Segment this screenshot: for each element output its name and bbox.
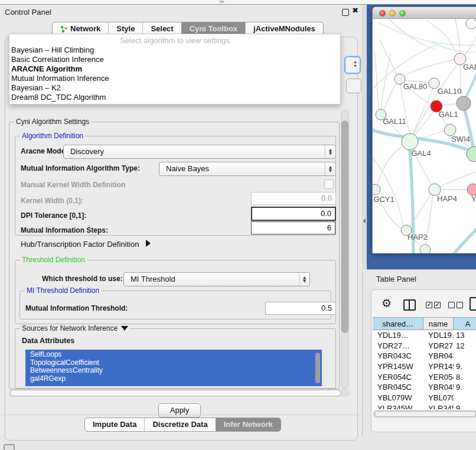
group-title: Cyni Algorithm Settings <box>14 118 91 126</box>
dropdown-item[interactable]: Mutual Information Inference <box>11 74 340 83</box>
table-row[interactable]: YBL079WYBL079W <box>373 393 476 403</box>
table-cell[interactable]: YLR345W <box>423 403 454 409</box>
group-title[interactable]: Sources for Network Inference <box>20 324 130 332</box>
network-node[interactable] <box>429 184 441 195</box>
mi-algorithm-type-select[interactable]: Naive Bayes ▲▼ <box>159 162 336 176</box>
mi-threshold-field[interactable]: 0.5 <box>265 302 336 315</box>
network-window[interactable]: GALGAL80GAL10GAL1GAL11SWI4GAL4GCY1HAP4YH… <box>372 6 476 253</box>
table-horizontal-scrollbar-thumb[interactable] <box>374 411 476 417</box>
group-title: MI Threshold Definition <box>25 286 101 295</box>
apply-button[interactable]: Apply <box>158 403 201 418</box>
table-cell[interactable] <box>454 393 476 403</box>
manual-kernel-checkbox[interactable] <box>324 180 334 189</box>
table-cell[interactable]: YBR045C <box>373 382 423 393</box>
table-row[interactable]: YBR045CYBR045C9. <box>373 382 476 393</box>
network-canvas[interactable]: GALGAL80GAL10GAL1GAL11SWI4GAL4GCY1HAP4YH… <box>372 19 476 253</box>
table-cell[interactable]: YDL19… <box>373 330 423 341</box>
mi-threshold-label: Mutual Information Threshold: <box>25 304 128 312</box>
checked-box-icon[interactable]: ✓ <box>426 302 432 308</box>
attribute-item[interactable]: BetweennessCentrality <box>30 367 322 375</box>
mi-steps-field[interactable]: 6 <box>251 221 335 234</box>
column-header[interactable]: shared… <box>373 317 423 330</box>
node-label: SWI4 <box>451 135 470 144</box>
minimize-traffic-light[interactable] <box>389 10 396 17</box>
table-cell[interactable]: 12 <box>454 341 476 351</box>
attribute-item[interactable]: TopologicalCoefficient <box>30 359 322 367</box>
table-cell[interactable]: YLR345W <box>373 403 423 409</box>
unchecked-box-icon[interactable] <box>448 302 455 308</box>
close-icon[interactable]: ✖ <box>352 6 358 15</box>
network-node[interactable] <box>457 96 471 110</box>
network-edge <box>464 105 474 152</box>
table-cell[interactable]: 13 <box>454 330 476 341</box>
dpi-tolerance-field[interactable]: 0.0 <box>251 207 336 221</box>
table-row[interactable]: YDR27…YDR27…12 <box>373 341 476 351</box>
table-cell[interactable]: 9. <box>454 361 476 372</box>
node-label: GAL80 <box>403 82 427 91</box>
stepper-icon: ▲▼ <box>325 145 335 158</box>
column-header[interactable]: A <box>454 317 476 330</box>
network-node[interactable] <box>373 184 380 195</box>
tab-discretize-data[interactable]: Discretize Data <box>144 418 215 431</box>
table-cell[interactable]: YBR043C <box>423 351 454 361</box>
network-node[interactable] <box>467 184 476 195</box>
dropdown-item[interactable]: Bayesian – K2 <box>11 83 340 93</box>
table-row[interactable]: YLR345WYLR345W9. <box>373 403 476 409</box>
network-node[interactable] <box>402 133 418 150</box>
table-cell[interactable]: YDL19… <box>423 330 454 341</box>
hidden-combo-stepper: ▲▼ <box>344 56 361 74</box>
network-node[interactable] <box>466 19 476 29</box>
dropdown-item[interactable]: Dream8 DC_TDC Algorithm <box>11 93 340 102</box>
settings-horizontal-scrollbar-thumb[interactable] <box>10 390 341 396</box>
table-cell[interactable]: 9. <box>454 382 476 393</box>
table-row[interactable]: YDL19…YDL19…13 <box>373 330 476 341</box>
table-cell[interactable]: YDR27… <box>423 341 454 351</box>
close-traffic-light[interactable] <box>379 10 386 17</box>
table-cell[interactable]: 8. <box>454 372 476 383</box>
table-cell[interactable]: YPR145W <box>373 361 423 372</box>
columns-icon[interactable] <box>403 299 416 311</box>
dropdown-item[interactable]: Basic Correlation Inference <box>11 55 340 64</box>
table-cell[interactable]: YBL079W <box>423 393 454 403</box>
panel-dock-icon[interactable] <box>4 444 15 450</box>
table-cell[interactable]: YBR045C <box>423 382 454 393</box>
page-icon[interactable] <box>470 297 476 311</box>
kernel-width-field[interactable]: 0.0 <box>251 192 336 205</box>
attribute-item[interactable]: SelfLoops <box>30 351 322 359</box>
attributes-scrollbar[interactable] <box>315 353 320 383</box>
zoom-traffic-light[interactable] <box>399 10 406 17</box>
hub-definition-toggle[interactable]: Hub/Transcription Factor Definition <box>21 240 151 249</box>
network-edge <box>413 89 433 134</box>
column-header[interactable]: name <box>423 317 454 330</box>
panel-divider[interactable] <box>362 5 367 269</box>
network-node[interactable] <box>420 244 431 253</box>
table-cell[interactable]: YER054C <box>423 372 454 383</box>
divider-collapse-arrow-icon[interactable] <box>363 219 366 223</box>
table-cell[interactable]: YPR145W <box>423 361 454 372</box>
table-cell[interactable]: YDR27… <box>373 341 423 351</box>
table-cell[interactable] <box>454 351 476 361</box>
dropdown-item[interactable]: ARACNE Algorithm <box>11 64 340 74</box>
settings-vertical-scrollbar-thumb[interactable] <box>341 120 348 333</box>
gear-icon[interactable]: ⚙ <box>382 298 392 309</box>
table-cell[interactable]: YBR043C <box>373 351 423 361</box>
table-cell[interactable]: YER054C <box>373 372 423 383</box>
table-cell[interactable]: 9. <box>454 403 476 409</box>
attribute-item[interactable]: gal4RGexp <box>30 375 322 383</box>
table-row[interactable]: YPR145WYPR145W9. <box>373 361 476 372</box>
which-threshold-select[interactable]: MI Threshold ▲▼ <box>123 272 310 286</box>
network-window-titlebar[interactable] <box>372 6 476 19</box>
table-row[interactable]: YBR043CYBR043C <box>373 351 476 361</box>
tab-impute-data[interactable]: Impute Data <box>85 418 144 431</box>
checked-box-icon[interactable]: ✓ <box>434 302 441 308</box>
unchecked-box-icon[interactable] <box>457 302 463 308</box>
network-node[interactable] <box>444 124 456 136</box>
dropdown-item[interactable]: Bayesian – Hill Climbing <box>11 45 340 55</box>
table-cell[interactable]: YBL079W <box>373 393 423 403</box>
float-window-icon[interactable] <box>342 9 349 16</box>
tab-infer-network[interactable]: Infer Network <box>216 418 281 431</box>
data-attributes-list[interactable]: SelfLoopsTopologicalCoefficientBetweenne… <box>25 350 322 386</box>
aracne-mode-select[interactable]: Discovery ▲▼ <box>63 145 336 159</box>
table-row[interactable]: YER054CYER054C8. <box>373 372 476 383</box>
stepper-icon: ▲▼ <box>325 162 335 175</box>
